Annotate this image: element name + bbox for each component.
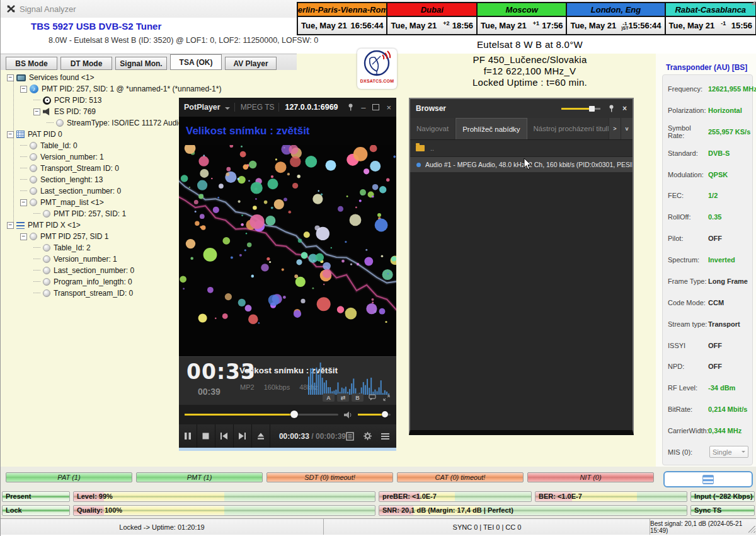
record-save-button[interactable] (663, 471, 753, 487)
pin-icon[interactable] (347, 103, 354, 111)
opacity-slider[interactable] (561, 108, 600, 110)
tree-item-pmt-pid-257-sid-1[interactable]: PMT PID: 257, SID: 1 (6, 208, 178, 219)
opacity-thumb[interactable] (589, 106, 595, 112)
potplayer-title-bar[interactable]: PotPlayer MPEG TS 127.0.0.1:6969 – × (179, 98, 396, 117)
seek-thumb[interactable] (290, 411, 298, 418)
tree-item-pmt-pid-x-1[interactable]: −PMT PID X <1> (6, 219, 178, 231)
mis-dropdown[interactable]: Single (709, 446, 748, 458)
tab-scroll-right-button[interactable]: > (609, 118, 621, 139)
tree-expander-icon[interactable]: − (20, 86, 27, 93)
satellite-dish-icon (362, 49, 393, 79)
bubble-dot (364, 257, 373, 266)
volume-bar[interactable] (358, 414, 391, 416)
tree-item-table-id-0[interactable]: Table_Id: 0 (6, 140, 178, 151)
bubble-dot (269, 261, 271, 263)
tree-item-services-found-1[interactable]: −Services found <1> (6, 72, 178, 83)
tab-list-button[interactable]: v (621, 118, 633, 139)
tree-expander-icon[interactable]: − (20, 233, 27, 240)
psi-status-bars: PAT (1)PMT (1)SDT (0) timeout!CAT (0) ti… (1, 472, 756, 484)
browser-tab-navigovat[interactable]: Navigovat (410, 118, 455, 139)
clock-date: Tue, May 21 (391, 21, 437, 30)
next-button[interactable] (234, 424, 252, 448)
eject-button[interactable] (252, 424, 270, 448)
browser-tab-prohl-e-nab-dky[interactable]: Prohlížeč nabídky (455, 118, 527, 139)
maximize-button[interactable] (372, 104, 379, 110)
tree-expander-icon[interactable]: − (7, 131, 14, 138)
tab-bs-mode[interactable]: BS Mode (6, 57, 57, 70)
tree-expander-icon[interactable]: − (20, 199, 27, 206)
tree-item-last-section-number-0[interactable]: Last_section_number: 0 (6, 265, 178, 276)
tree-item-table-id-2[interactable]: Table_Id: 2 (6, 242, 178, 253)
volume-icon[interactable] (344, 411, 352, 419)
tree-item-last-section-number-0[interactable]: Last_section_number: 0 (6, 185, 178, 197)
tree-item-pcr-pid-513[interactable]: PCR PID: 513 (6, 95, 178, 106)
tree-item-section-lenght-13[interactable]: Section_lenght: 13 (6, 174, 178, 185)
spectrum-bar (318, 375, 319, 395)
bubble-dot (350, 214, 362, 226)
tab-signal-mon[interactable]: Signal Mon. (115, 57, 167, 70)
resize-grip[interactable] (748, 526, 755, 533)
transponder-value: 255,957 KS/s (708, 128, 750, 136)
tree-item-version-number-1[interactable]: Version_number: 1 (6, 151, 178, 163)
tree-item-transport-stream-id-0[interactable]: Transport_stream_ID: 0 (6, 288, 178, 299)
browser-path-row[interactable]: .. (410, 140, 633, 157)
tree-item-program-info-length-0[interactable]: Program_info_length: 0 (6, 276, 178, 288)
video-area[interactable] (179, 145, 396, 356)
tab-av-player[interactable]: AV Player (225, 57, 277, 70)
ab-repeat-b-button[interactable]: B (352, 393, 364, 402)
tree-item-pmt-map-list-1[interactable]: −PMT_map_list <1> (6, 197, 178, 208)
status-counters: SYNC 0 | TEI 0 | CC 0 (323, 519, 650, 535)
tree-item-pat-pid-0[interactable]: −PAT PID 0 (6, 129, 178, 140)
ab-repeat-a-button[interactable]: A (323, 393, 335, 402)
potplayer-menu[interactable]: PotPlayer (184, 103, 220, 112)
transponder-row-issyi: ISSYIOFF (668, 339, 751, 352)
close-icon[interactable]: × (622, 104, 627, 113)
previous-button[interactable] (215, 424, 234, 448)
pause-button[interactable] (179, 424, 197, 448)
bubble-dot (318, 190, 319, 192)
bubble-dot (268, 178, 278, 189)
tree-expander-icon[interactable]: − (7, 222, 14, 229)
audio-visualization (179, 145, 396, 356)
tree-item-pmt-pid-257-sid-1-un[interactable]: −♪PMT PID: 257, SID: 1 @ *unnamed-1* (*u… (6, 83, 178, 95)
pin-icon[interactable] (608, 105, 615, 112)
tree-item-transport-stream-id-0[interactable]: Transport_Stream ID: 0 (6, 163, 178, 174)
sphere-icon (30, 165, 37, 172)
tree-item-streamtype-iso-iec-11172[interactable]: StreamType: ISO/IEC 11172 Audio (MPEG-1)… (6, 117, 178, 129)
playlist-icon[interactable] (346, 432, 355, 441)
hamburger-menu-icon[interactable] (381, 433, 390, 440)
bubble-dot (282, 269, 284, 271)
fullscreen-expand-icon[interactable] (381, 393, 392, 402)
parent-directory[interactable]: .. (430, 144, 434, 152)
bullet-icon (416, 163, 421, 167)
sphere-icon (30, 187, 37, 195)
duration-time: 00:00:39 (316, 432, 346, 441)
tab-dt-mode[interactable]: DT Mode (60, 57, 112, 70)
volume-thumb[interactable] (382, 411, 388, 417)
seek-bar[interactable] (185, 414, 338, 416)
browser-tab-n-stroj-proch-zen-titulk[interactable]: Nástroj procházení titulků (527, 118, 609, 139)
browser-title-bar[interactable]: Browser × (410, 99, 633, 118)
tree-item-version-number-1[interactable]: Version_number: 1 (6, 253, 178, 265)
close-button[interactable]: × (386, 103, 391, 112)
browser-list-item[interactable]: Audio #1 - MPEG Audio, 48.0 kHz, 2 Ch, 1… (410, 157, 633, 172)
tree-expander-icon[interactable]: − (7, 74, 14, 81)
sphere-icon (43, 255, 50, 263)
tree-expander-icon[interactable]: − (33, 108, 40, 115)
stop-button[interactable] (197, 424, 215, 448)
subtitle-bubble-icon[interactable] (366, 393, 378, 402)
sphere-icon (56, 119, 64, 127)
transponder-row-spectrum: Spectrum:Inverted (668, 253, 751, 266)
minimize-button[interactable]: – (361, 103, 365, 112)
bubble-dot (326, 160, 336, 171)
tab-tsa-ok[interactable]: TSA (OK) (170, 54, 222, 70)
bubble-dot (365, 249, 367, 251)
transponder-label: Stream type: (668, 320, 708, 328)
shuffle-icon[interactable]: ⇄ (337, 393, 349, 402)
clock-time: 15:56 (731, 21, 752, 30)
tree-item-pmt-pid-257-sid-1[interactable]: −PMT PID 257, SID 1 (6, 231, 178, 242)
gear-icon[interactable] (363, 431, 372, 441)
bubble-dot (222, 237, 230, 245)
tree-item-es-pid-769[interactable]: −ES PID: 769 (6, 106, 178, 117)
bubble-dot (301, 299, 305, 303)
